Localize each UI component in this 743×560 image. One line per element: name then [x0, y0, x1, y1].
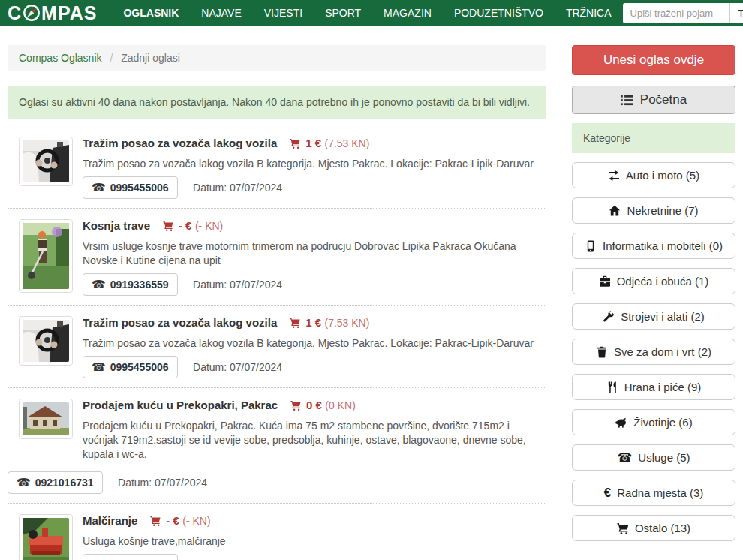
phone-icon: ☎ [17, 476, 31, 489]
house-photo [23, 402, 69, 435]
nav-item-trznica[interactable]: TRŽNICA [555, 0, 623, 26]
ad-price-eur: - € [179, 219, 192, 232]
phone-icon: ☎ [617, 452, 632, 464]
ad-price-eur: 1 € [305, 137, 321, 149]
nav-item-magazin[interactable]: MAGAZIN [372, 0, 443, 26]
ad-meta: ☎0995455006 Datum: 07/07/2024 [83, 356, 546, 378]
ad-thumbnail[interactable] [19, 514, 73, 560]
category-strojevi-i-alati[interactable]: Strojevi i alati (2) [572, 303, 735, 330]
ad-head: Tražim posao za vozača lakog vozila 1 € … [83, 135, 546, 152]
category-auto-i-moto[interactable]: Auto i moto (5) [572, 162, 735, 188]
ad-title: Tražim posao za vozača lakog vozila [83, 137, 277, 149]
ad-price-kn: (- KN) [182, 515, 210, 527]
phone-icon: ☎ [92, 181, 106, 194]
ad-price: - € (- KN) [150, 514, 211, 527]
ad-body: Tražim posao za vozača lakog vozila 1 € … [83, 315, 546, 378]
brand-logo[interactable]: C MPAS [8, 4, 97, 23]
ad-title: Tražim posao za vozača lakog vozila [83, 316, 277, 329]
nav-item-sport[interactable]: SPORT [314, 0, 372, 26]
cart-icon [163, 221, 173, 231]
breadcrumb-current: Zadnji oglasi [121, 52, 180, 64]
ad-description: Vrsim usluge kosnje trave motornim trime… [83, 239, 546, 268]
cutlery-icon [606, 381, 618, 393]
category-label: Radna mjesta (3) [617, 486, 703, 499]
euro-icon: € [604, 486, 611, 499]
ad-title: Prodajem kuću u Prekopakri, Pakrac [83, 399, 278, 411]
ad-date: Datum: 07/07/2024 [118, 477, 207, 489]
breadcrumb-separator: / [110, 52, 113, 64]
ad-body: Malčiranje - € (- KN) Usluga košnje trav… [83, 513, 546, 560]
category-label: Hrana i piće (9) [624, 381, 702, 393]
brand-text-rest: MPAS [41, 4, 97, 23]
home-button[interactable]: Početna [572, 86, 735, 114]
ad-thumbnail[interactable] [19, 219, 73, 293]
category-odjeca-i-obuca[interactable]: Odjeća i obuća (1) [572, 268, 735, 294]
phone-button[interactable]: ☎0921016731 [8, 471, 103, 494]
category-sve-za-dom-i-vrt[interactable]: Sve za dom i vrt (2) [572, 339, 735, 365]
phone-number: 0995455006 [110, 182, 169, 194]
ad-body: Prodajem kuću u Prekopakri, Pakrac 0 € (… [83, 397, 546, 467]
briefcase-icon [599, 275, 611, 288]
home-button-label: Početna [640, 92, 687, 107]
category-label: Strojevi i alati (2) [621, 310, 705, 323]
sidebar: Unesi oglas ovdje Početna Kategorije Aut… [572, 26, 735, 541]
ad-price-kn: (- KN) [195, 220, 223, 232]
phone-button[interactable]: ☎0958298390 [83, 554, 178, 560]
brand-text-c: C [8, 4, 22, 23]
pig-icon [615, 417, 627, 429]
phone-number: 0995455006 [110, 361, 169, 373]
category-radna-mjesta[interactable]: € Radna mjesta (3) [572, 480, 735, 506]
category-label: Informatika i mobiteli (0) [603, 239, 723, 252]
main-navigation: OGLASNIK NAJAVE VIJESTI SPORT MAGAZIN PO… [112, 0, 622, 26]
search-input[interactable] [623, 3, 729, 23]
ad-thumbnail[interactable] [19, 316, 73, 366]
breadcrumb-home-link[interactable]: Compas Oglasnik [19, 52, 102, 64]
category-informatika-i-mobiteli[interactable]: Informatika i mobiteli (0) [572, 233, 735, 259]
phone-number: 0921016731 [35, 477, 94, 489]
phone-button[interactable]: ☎0995455006 [83, 356, 178, 378]
driver-photo [23, 320, 69, 362]
insert-ad-button[interactable]: Unesi oglas ovdje [572, 45, 735, 75]
ad-listing: Kosnja trave - € (- KN) Vrsim usluge kos… [8, 208, 546, 305]
driver-photo [23, 140, 69, 182]
category-usluge[interactable]: ☎ Usluge (5) [572, 444, 735, 471]
ad-price-kn: (0 KN) [325, 399, 355, 411]
nav-item-poduzetnistvo[interactable]: PODUZETNIŠTVO [443, 0, 555, 26]
nav-item-najave[interactable]: NAJAVE [190, 0, 252, 26]
categories-header: Kategorije [572, 123, 735, 153]
ad-description: Usluga košnje trave,malčiranje [83, 534, 546, 549]
ad-meta: ☎0958298390 Datum: 07/07/2024 [83, 554, 546, 560]
category-hrana-i-pice[interactable]: Hrana i piće (9) [572, 374, 735, 400]
ad-description: Prodajem kuću u Prekopakri, Pakrac. Kuća… [83, 419, 546, 462]
search-bar: Traži [623, 3, 743, 23]
nav-item-vijesti[interactable]: VIJESTI [253, 0, 314, 26]
ad-listing: Tražim posao za vozača lakog vozila 1 € … [8, 126, 546, 208]
category-nekretnine[interactable]: Nekretnine (7) [572, 197, 735, 224]
ad-price: - € (- KN) [163, 219, 224, 232]
ad-title: Kosnja trave [83, 219, 150, 232]
ad-thumbnail[interactable] [19, 137, 73, 186]
list-icon [621, 94, 633, 107]
ad-body: Tražim posao za vozača lakog vozila 1 € … [83, 135, 546, 199]
category-ostalo[interactable]: Ostalo (13) [572, 515, 735, 541]
ad-price: 1 € (7.53 KN) [290, 316, 370, 329]
ad-meta: ☎0995455006 Datum: 07/07/2024 [83, 176, 546, 199]
ad-thumbnail[interactable] [19, 399, 73, 439]
category-label: Usluge (5) [638, 451, 690, 464]
nav-item-oglasnik[interactable]: OGLASNIK [112, 0, 190, 26]
phone-button[interactable]: ☎0995455006 [83, 176, 178, 199]
ad-price-eur: 0 € [306, 399, 322, 411]
mobile-icon [585, 240, 597, 252]
cart-icon [150, 516, 161, 526]
exchange-icon [608, 170, 620, 182]
category-label: Nekretnine (7) [627, 204, 698, 217]
ad-meta: ☎0919336559 Datum: 07/07/2024 [83, 273, 546, 296]
notice-banner: Oglasi su aktivni 40 dana nakon postavlj… [8, 86, 546, 119]
search-button[interactable]: Traži [729, 3, 743, 23]
cart-icon [290, 400, 301, 411]
category-zivotinje[interactable]: Životinje (6) [572, 409, 735, 435]
phone-button[interactable]: ☎0919336559 [83, 273, 178, 296]
ad-listing: Tražim posao za vozača lakog vozila 1 € … [8, 305, 546, 387]
ads-content-column: Compas Oglasnik / Zadnji oglasi Oglasi s… [8, 26, 546, 560]
home-icon [609, 205, 621, 217]
